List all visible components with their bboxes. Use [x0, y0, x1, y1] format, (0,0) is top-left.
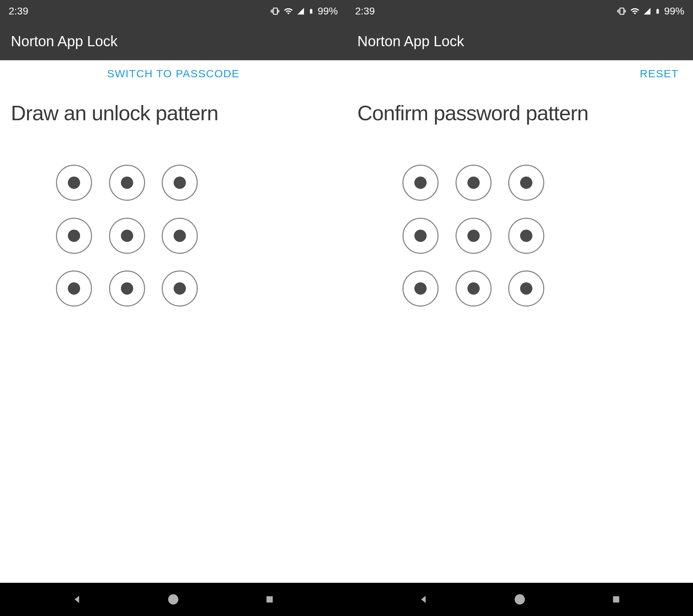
pattern-node-4[interactable] [56, 218, 92, 254]
svg-rect-2 [266, 596, 273, 602]
svg-rect-5 [613, 596, 619, 602]
navigation-bar [346, 583, 693, 616]
pattern-node-3[interactable] [508, 165, 544, 201]
home-button[interactable] [513, 592, 527, 607]
wifi-icon [630, 6, 640, 16]
pattern-node-6[interactable] [162, 218, 198, 254]
wifi-icon [284, 6, 293, 16]
back-button[interactable] [70, 592, 84, 607]
pattern-grid[interactable] [402, 165, 550, 313]
app-title: Norton App Lock [11, 33, 118, 49]
app-bar: Norton App Lock [346, 22, 693, 60]
pattern-node-9[interactable] [162, 270, 198, 307]
battery-icon [655, 6, 661, 16]
pattern-node-7[interactable] [402, 270, 439, 307]
pattern-node-8[interactable] [109, 270, 145, 307]
battery-percent: 99% [664, 5, 684, 17]
phone-screen-right: 2:39 99% Norton App Lock [346, 0, 693, 616]
signal-icon [643, 7, 651, 15]
status-time: 2:39 [355, 5, 375, 17]
pattern-node-2[interactable] [109, 165, 145, 201]
recents-button[interactable] [609, 592, 623, 607]
home-button[interactable] [166, 592, 180, 607]
pattern-node-7[interactable] [56, 270, 92, 307]
pattern-node-1[interactable] [402, 165, 439, 201]
instruction-heading: Confirm password pattern [346, 83, 693, 125]
vibrate-icon [617, 6, 627, 16]
back-button[interactable] [416, 592, 431, 607]
status-bar: 2:39 99% [346, 0, 693, 22]
svg-point-4 [517, 597, 522, 602]
svg-point-1 [171, 597, 176, 602]
pattern-grid[interactable] [56, 165, 204, 313]
app-bar: Norton App Lock [0, 22, 346, 60]
reset-button[interactable]: RESET [640, 68, 679, 80]
battery-icon [308, 6, 314, 16]
pattern-node-2[interactable] [456, 165, 492, 201]
signal-icon [297, 7, 305, 15]
pattern-node-6[interactable] [508, 218, 544, 254]
battery-percent: 99% [318, 5, 338, 17]
pattern-node-9[interactable] [508, 270, 544, 307]
navigation-bar [0, 583, 346, 616]
vibrate-icon [271, 6, 280, 16]
phone-screen-left: 2:39 99% Norton App Lock [0, 0, 346, 616]
pattern-node-1[interactable] [56, 165, 92, 201]
status-time: 2:39 [9, 5, 29, 17]
pattern-node-4[interactable] [402, 218, 439, 254]
pattern-node-5[interactable] [456, 218, 492, 254]
app-title: Norton App Lock [357, 33, 464, 49]
status-bar: 2:39 99% [0, 0, 346, 22]
pattern-node-8[interactable] [456, 270, 492, 307]
switch-to-passcode-button[interactable]: SWITCH TO PASSCODE [107, 68, 239, 80]
recents-button[interactable] [262, 592, 277, 607]
instruction-heading: Draw an unlock pattern [0, 83, 346, 125]
pattern-node-3[interactable] [162, 165, 198, 201]
pattern-node-5[interactable] [109, 218, 145, 254]
